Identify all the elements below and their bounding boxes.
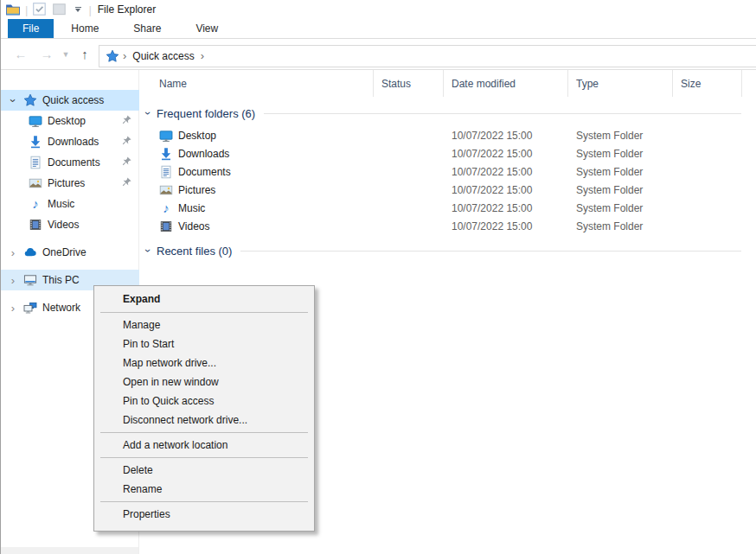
file-name: Pictures (178, 184, 215, 196)
chevron-expanded-icon[interactable]: › (142, 108, 154, 118)
recent-locations-dropdown[interactable]: ▼ (60, 39, 72, 69)
sidebar-item-label: Downloads (48, 136, 99, 148)
breadcrumb-chevron-icon: › (123, 49, 126, 62)
explorer-logo-icon (5, 2, 21, 17)
file-row-videos[interactable]: Videos 10/07/2022 15:00 System Folder (139, 217, 756, 235)
titlebar-separator: | (25, 3, 28, 16)
group-header-rule (240, 251, 741, 252)
file-type: System Folder (568, 202, 673, 214)
onedrive-cloud-icon (23, 245, 37, 259)
menu-separator (100, 312, 308, 313)
sidebar-item-pictures[interactable]: Pictures (1, 173, 139, 194)
file-row-desktop[interactable]: Desktop 10/07/2022 15:00 System Folder (139, 126, 756, 144)
pin-icon (120, 135, 132, 147)
tab-home[interactable]: Home (54, 19, 116, 38)
sidebar-item-label: Pictures (48, 177, 85, 189)
file-date-modified: 10/07/2022 15:00 (444, 148, 568, 160)
videos-icon (159, 220, 173, 233)
menu-item-rename[interactable]: Rename (94, 480, 314, 499)
menu-item-open-in-new-window[interactable]: Open in new window (94, 373, 314, 392)
file-date-modified: 10/07/2022 15:00 (444, 184, 568, 196)
tab-view[interactable]: View (178, 19, 235, 38)
window-title: File Explorer (98, 3, 156, 16)
quick-access-star-icon (106, 49, 119, 63)
tab-share[interactable]: Share (116, 19, 178, 38)
file-date-modified: 10/07/2022 15:00 (444, 166, 568, 178)
back-button[interactable]: ← (11, 39, 30, 69)
column-header-date-modified[interactable]: Date modified (444, 70, 568, 97)
chevron-down-icon (75, 9, 80, 12)
column-header-name[interactable]: Name (139, 70, 374, 97)
sidebar-item-videos[interactable]: Videos (1, 214, 139, 235)
chevron-collapsed-icon[interactable]: › (8, 274, 18, 287)
pin-icon (120, 176, 132, 188)
sidebar-item-label: Desktop (48, 115, 86, 127)
music-icon: ♪ (159, 201, 173, 215)
menu-item-pin-to-quick-access[interactable]: Pin to Quick access (94, 392, 314, 411)
qat-new-folder-button[interactable] (52, 2, 67, 17)
sidebar-horizontal-scrollbar[interactable] (1, 547, 138, 554)
titlebar-separator: | (88, 3, 91, 16)
up-button[interactable]: ↑ (75, 39, 94, 69)
menu-item-properties[interactable]: Properties (94, 505, 314, 524)
sidebar-item-downloads[interactable]: Downloads (1, 131, 139, 152)
menu-item-disconnect-network-drive[interactable]: Disconnect network drive... (94, 411, 314, 430)
menu-item-pin-to-start[interactable]: Pin to Start (94, 334, 314, 353)
network-icon (23, 301, 37, 315)
chevron-expanded-icon[interactable]: › (7, 95, 20, 105)
file-row-documents[interactable]: Documents 10/07/2022 15:00 System Folder (139, 162, 756, 181)
group-header-frequent-folders[interactable]: › Frequent folders (6) (139, 105, 756, 121)
file-date-modified: 10/07/2022 15:00 (444, 220, 568, 232)
menu-item-expand[interactable]: Expand (94, 289, 314, 309)
file-row-pictures[interactable]: Pictures 10/07/2022 15:00 System Folder (139, 181, 756, 199)
file-explorer-window: | | File Explorer File Home Share View ←… (0, 0, 756, 554)
menu-item-manage[interactable]: Manage (94, 315, 314, 334)
properties-check-icon (32, 2, 48, 17)
file-name: Documents (178, 166, 231, 178)
up-arrow-icon: ↑ (81, 47, 88, 61)
column-header-status[interactable]: Status (374, 70, 444, 97)
chevron-collapsed-icon[interactable]: › (8, 302, 18, 315)
column-header-size[interactable]: Size (673, 70, 742, 97)
qat-customize-dropdown[interactable] (72, 7, 84, 13)
documents-icon (29, 156, 42, 169)
sidebar-item-label: This PC (42, 274, 80, 286)
downloads-icon (159, 147, 173, 161)
chevron-down-icon: ▼ (62, 50, 70, 59)
address-bar[interactable]: › Quick access › (99, 45, 756, 67)
sidebar-item-quick-access[interactable]: › Quick access (1, 90, 139, 111)
music-icon: ♪ (29, 197, 42, 211)
sidebar-item-desktop[interactable]: Desktop (1, 111, 139, 131)
forward-button[interactable]: → (37, 39, 56, 69)
tab-file[interactable]: File (8, 19, 54, 38)
menu-item-map-network-drive[interactable]: Map network drive... (94, 353, 314, 373)
file-name: Downloads (178, 148, 229, 160)
navigation-bar: ← → ▼ ↑ › Quick access › (1, 39, 756, 70)
sidebar-item-music[interactable]: ♪ Music (1, 194, 139, 214)
back-arrow-icon: ← (15, 47, 28, 61)
file-row-music[interactable]: ♪Music 10/07/2022 15:00 System Folder (139, 199, 756, 217)
qat-properties-button[interactable] (32, 2, 48, 17)
sidebar-item-onedrive[interactable]: › OneDrive (1, 242, 139, 263)
menu-item-delete[interactable]: Delete (94, 461, 314, 480)
menu-item-add-network-location[interactable]: Add a network location (94, 436, 314, 455)
file-type: System Folder (568, 130, 673, 142)
file-date-modified: 10/07/2022 15:00 (444, 202, 568, 214)
chevron-collapsed-icon[interactable]: › (8, 246, 18, 259)
sidebar-item-label: OneDrive (42, 246, 86, 258)
menu-separator (100, 501, 308, 502)
sidebar-item-documents[interactable]: Documents (1, 152, 139, 173)
documents-icon (159, 165, 173, 179)
menu-separator (100, 432, 308, 433)
column-header-type[interactable]: Type (568, 70, 673, 97)
sidebar-item-label: Documents (48, 156, 100, 169)
pin-icon (120, 114, 132, 126)
pictures-icon (159, 183, 173, 197)
breadcrumb-quick-access[interactable]: Quick access (130, 50, 196, 62)
group-header-recent-files[interactable]: › Recent files (0) (139, 243, 756, 258)
chevron-expanded-icon[interactable]: › (142, 245, 154, 256)
downloads-icon (29, 135, 42, 149)
file-row-downloads[interactable]: Downloads 10/07/2022 15:00 System Folder (139, 144, 756, 162)
file-name: Music (178, 202, 205, 214)
file-name: Desktop (178, 130, 216, 142)
